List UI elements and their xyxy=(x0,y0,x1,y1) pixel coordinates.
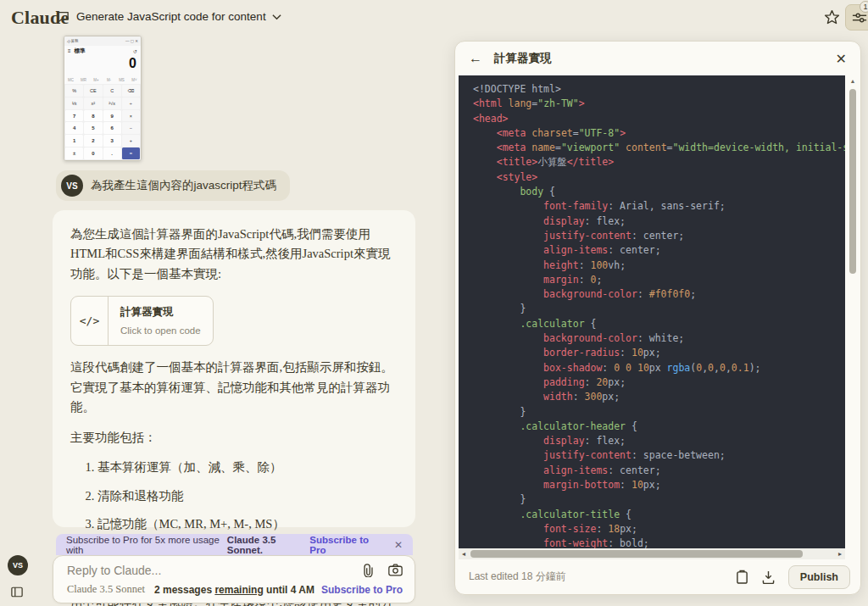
calc-memory-row: MCMRM+M-MSM˅ xyxy=(64,76,141,84)
last-edited-label: Last edited 18 分鐘前 xyxy=(469,570,566,584)
scroll-right-arrow[interactable]: ▸ xyxy=(835,550,845,558)
attachment-calculator-thumbnail[interactable]: 小算盤 — ▢ ✕ ≡ 標準 ↺ 0 MCMRM+M-MSM˅ %CEC⌫⅟xx… xyxy=(64,36,142,161)
calc-memory-key: MS xyxy=(115,78,128,82)
user-message-text: 為我產生這個內容的javascript程式碼 xyxy=(91,178,276,193)
calc-button: ⅟x xyxy=(65,97,83,109)
code-viewer: <!DOCTYPE html><html lang="zh-TW"><head>… xyxy=(459,75,845,548)
calc-window-title: 小算盤 xyxy=(67,39,79,43)
model-selector[interactable]: Claude 3.5 Sonnet xyxy=(67,583,145,596)
artifact-title: 計算器實現 xyxy=(120,303,201,320)
quota-text: 2 messages remaining until 4 AM xyxy=(154,584,314,596)
calc-button-grid: %CEC⌫⅟xx²²√x÷789×456−123+±0.= xyxy=(64,84,141,160)
calc-titlebar: 小算盤 — ▢ ✕ xyxy=(64,36,141,46)
sidebar-toggle-button[interactable] xyxy=(11,587,23,598)
copy-icon[interactable] xyxy=(736,570,748,584)
calc-button: − xyxy=(122,122,140,134)
calc-memory-key: M- xyxy=(103,78,115,82)
chat-icon xyxy=(56,9,70,24)
vertical-scrollbar-thumb[interactable] xyxy=(849,89,856,274)
banner-close-icon[interactable]: ✕ xyxy=(394,539,403,551)
account-avatar[interactable]: VS xyxy=(8,555,28,575)
user-avatar: VS xyxy=(61,175,83,197)
assistant-message: 為您生成這個計算器界面的JavaScript代碼,我們需要使用HTML和CSS來… xyxy=(53,210,415,527)
vertical-scrollbar[interactable]: ▲ xyxy=(847,77,859,547)
calc-button: = xyxy=(122,147,140,159)
calc-menubar: ≡ 標準 ↺ xyxy=(64,46,141,56)
calc-memory-key: M˅ xyxy=(128,78,141,82)
calc-button: ⌫ xyxy=(122,85,140,97)
feature-item: 清除和退格功能 xyxy=(97,486,398,506)
calc-button: ± xyxy=(65,147,83,159)
artifact-panel-title: 計算器實現 xyxy=(494,51,552,66)
back-button[interactable]: ← xyxy=(469,51,482,66)
artifact-panel: ← 計算器實現 ✕ <!DOCTYPE html><html lang="zh-… xyxy=(454,41,861,595)
calc-button: ²√x xyxy=(103,97,121,109)
download-icon[interactable] xyxy=(762,570,775,584)
calc-button: 3 xyxy=(103,135,121,147)
banner-bold-text: Claude 3.5 Sonnet. xyxy=(227,535,306,555)
scroll-left-arrow[interactable]: ◂ xyxy=(459,550,469,558)
banner-text: Subscribe to Pro for 5x more usage with xyxy=(66,535,224,555)
calc-button: + xyxy=(122,135,140,147)
chevron-down-icon xyxy=(272,14,281,20)
feature-item: 基本算術運算（加、減、乘、除） xyxy=(97,458,398,477)
calc-button: 1 xyxy=(65,135,83,147)
calc-memory-key: MR xyxy=(77,78,90,82)
calc-button: 5 xyxy=(84,122,102,134)
assistant-paragraph: 這段代碼創建了一個基本的計算器界面,包括顯示屏和按鈕。它實現了基本的算術運算、記… xyxy=(70,358,398,417)
calc-button: ÷ xyxy=(122,97,140,109)
subscribe-to-pro-link[interactable]: Subscribe to Pro xyxy=(321,584,403,596)
calc-button: x² xyxy=(84,97,102,109)
scroll-up-arrow[interactable]: ▲ xyxy=(847,77,859,86)
reply-input[interactable]: Reply to Claude... xyxy=(67,564,161,577)
calc-button: . xyxy=(103,147,121,159)
calc-button: 4 xyxy=(65,122,83,134)
panel-close-icon[interactable]: ✕ xyxy=(836,51,847,67)
artifact-panel-header: ← 計算器實現 ✕ xyxy=(455,42,860,75)
calc-button: 0 xyxy=(84,147,102,159)
calc-button: % xyxy=(65,85,83,97)
star-button[interactable] xyxy=(823,8,842,27)
assistant-paragraph: 為您生成這個計算器界面的JavaScript代碼,我們需要使用HTML和CSS來… xyxy=(70,225,398,284)
attach-icon[interactable] xyxy=(362,564,375,577)
horizontal-scrollbar-thumb[interactable] xyxy=(470,550,803,558)
hamburger-icon: ≡ xyxy=(68,48,71,53)
calc-button: 6 xyxy=(103,122,121,134)
feature-item: 記憶功能（MC, MR, M+, M-, MS） xyxy=(97,514,398,534)
code-content: <!DOCTYPE html><html lang="zh-TW"><head>… xyxy=(459,75,845,548)
conversation-title-menu[interactable]: Generate JavaScript code for content xyxy=(56,9,281,24)
features-heading: 主要功能包括： xyxy=(70,428,398,448)
calc-button: 2 xyxy=(84,135,102,147)
claude-app: Claude Generate JavaScript code for cont… xyxy=(0,0,868,606)
calc-memory-key: MC xyxy=(64,78,77,82)
calc-window-controls: — ▢ ✕ xyxy=(125,39,138,43)
subscribe-banner: Subscribe to Pro for 5x more usage with … xyxy=(56,534,413,555)
publish-button[interactable]: Publish xyxy=(788,565,850,589)
calc-button: CE xyxy=(84,85,102,97)
calc-button: 8 xyxy=(84,110,102,122)
calc-display: 0 xyxy=(64,56,141,76)
artifact-panel-footer: Last edited 18 分鐘前 Publish xyxy=(455,559,860,594)
user-message: VS 為我產生這個內容的javascript程式碼 xyxy=(56,170,290,201)
conversation-title: Generate JavaScript code for content xyxy=(76,10,266,23)
horizontal-scrollbar[interactable]: ◂ ▸ xyxy=(459,548,845,559)
artifact-subtitle: Click to open code xyxy=(120,323,201,339)
calc-button: C xyxy=(103,85,121,97)
calc-button: 9 xyxy=(103,110,121,122)
history-icon: ↺ xyxy=(133,48,137,54)
artifact-card[interactable]: </> 計算器實現 Click to open code xyxy=(70,296,214,346)
code-icon: </> xyxy=(71,297,108,345)
screenshot-icon[interactable] xyxy=(388,564,403,576)
calc-memory-key: M+ xyxy=(90,78,103,82)
settings-badge: 1 xyxy=(860,1,868,13)
sidebar-icon xyxy=(11,587,23,598)
calc-button: 7 xyxy=(65,110,83,122)
star-icon xyxy=(823,8,841,26)
calc-mode-label: 標準 xyxy=(75,47,86,55)
banner-subscribe-link[interactable]: Subscribe to Pro xyxy=(309,535,381,555)
calc-button: × xyxy=(122,110,140,122)
composer: Reply to Claude... Claude 3.5 Sonnet 2 m… xyxy=(53,555,415,603)
